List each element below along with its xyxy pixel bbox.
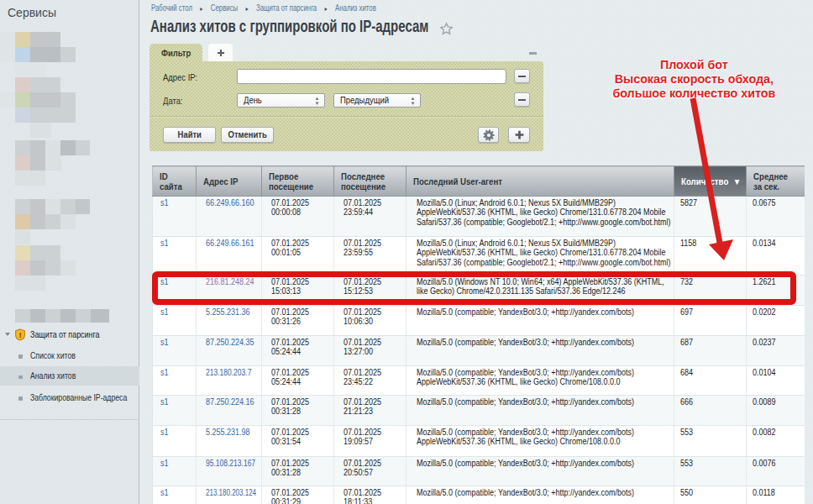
- svg-text:!: !: [18, 330, 21, 339]
